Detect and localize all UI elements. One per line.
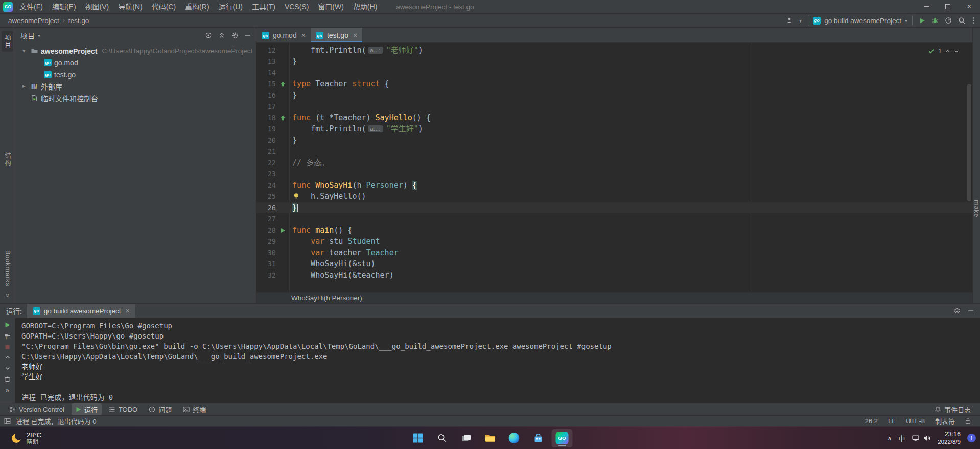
toolwindow-button-Version Control[interactable]: Version Control (5, 403, 68, 415)
chevron-right-icon[interactable]: ▸ (22, 83, 31, 89)
close-tab-icon[interactable]: × (126, 307, 130, 315)
collapseall-icon[interactable] (218, 32, 225, 39)
tree-item-root[interactable]: ▾ awesomeProject C:\Users\Happy\GolandPr… (15, 45, 256, 57)
editor-scrollbar[interactable] (967, 84, 971, 201)
menu-item-5[interactable]: 重构(R) (180, 0, 214, 13)
caret-position[interactable]: 26:2 (865, 417, 878, 425)
inspections-widget[interactable]: 1 (926, 47, 961, 56)
debug-icon[interactable] (931, 17, 939, 25)
intention-bulb-icon[interactable] (293, 193, 299, 200)
editor-breadcrumb-bar[interactable]: WhoSayHi(h Personer) (256, 292, 972, 303)
maximize-button[interactable] (937, 0, 959, 13)
hide-panel-icon[interactable] (968, 308, 974, 314)
tree-item-go.mod[interactable]: gogo.mod (15, 57, 256, 69)
tree-item-临时文件和控制台[interactable]: 临时文件和控制台 (15, 92, 256, 104)
stop-icon[interactable] (5, 344, 10, 350)
min-icon[interactable] (245, 32, 251, 38)
gutter-slot (276, 191, 289, 202)
ime-indicator[interactable]: 中 (898, 433, 905, 443)
search-button[interactable] (432, 429, 453, 447)
search-icon[interactable] (958, 17, 966, 25)
breadcrumb-file[interactable]: test.go (68, 17, 89, 25)
target-icon[interactable] (205, 32, 212, 39)
rerun-icon[interactable] (4, 322, 11, 328)
hidden-icons-chevron[interactable]: ∧ (887, 435, 892, 442)
gofile-icon: go (44, 71, 54, 78)
play-icon[interactable] (919, 17, 925, 25)
profiler-icon[interactable] (945, 17, 952, 25)
file-explorer-button[interactable] (480, 429, 501, 447)
editor-tab-go.mod[interactable]: gogo.mod× (256, 28, 311, 42)
tray-status-icons[interactable] (912, 435, 931, 442)
goland-taskbar-button[interactable]: GO (552, 429, 573, 447)
down-icon[interactable] (5, 365, 11, 371)
settings-icon[interactable] (953, 307, 961, 315)
stripe-item-2[interactable]: » (3, 290, 12, 301)
tool-window-switcher-icon[interactable] (4, 418, 11, 424)
token: ) (418, 46, 423, 55)
line-separator[interactable]: LF (888, 417, 896, 425)
toolwindow-button-问题[interactable]: 问题 (145, 403, 176, 415)
breadcrumb-project[interactable]: awesomeProject (8, 17, 59, 25)
up-icon[interactable] (5, 354, 11, 361)
stripe-item-0[interactable]: 结构 (2, 149, 13, 170)
lock-icon[interactable] (965, 418, 971, 424)
build-icon[interactable] (4, 333, 11, 340)
menu-item-6[interactable]: 运行(U) (214, 0, 247, 13)
code-line-16: 16} (256, 89, 972, 101)
project-panel-title[interactable]: 项目 (20, 30, 35, 40)
inspections-ok-icon (928, 48, 935, 54)
file-encoding[interactable]: UTF-8 (906, 417, 925, 425)
gutter-slot (276, 123, 289, 134)
weather-widget[interactable]: 28°C 晴朗 (6, 427, 45, 449)
run-gutter-icon[interactable] (276, 224, 289, 236)
toolwindow-button-终端[interactable]: 终端 (179, 403, 210, 415)
vcs-icon (9, 406, 16, 413)
implements-gutter-icon[interactable] (276, 78, 289, 89)
stripe-item-project[interactable]: 项目 (2, 31, 13, 52)
indent-style[interactable]: 制表符 (935, 416, 955, 426)
line-number: 20 (256, 134, 276, 146)
menu-item-0[interactable]: 文件(F) (15, 0, 48, 13)
tree-item-外部库[interactable]: ▸外部库 (15, 80, 256, 92)
editor-tab-test.go[interactable]: gotest.go× (311, 28, 362, 42)
more-icon[interactable] (972, 17, 975, 25)
gear-icon[interactable] (231, 32, 239, 39)
trash-icon[interactable] (4, 376, 11, 383)
toolwindow-button-运行[interactable]: 运行 (72, 403, 102, 415)
menu-item-4[interactable]: 代码(C) (147, 0, 180, 13)
chevron-down-icon[interactable]: ▾ (22, 48, 31, 54)
menu-item-2[interactable]: 视图(V) (81, 0, 114, 13)
menu-item-8[interactable]: VCS(S) (280, 0, 313, 13)
menu-item-3[interactable]: 导航(N) (113, 0, 147, 13)
store-button[interactable] (528, 429, 549, 447)
clock-widget[interactable]: 23:16 2022/8/9 (938, 431, 961, 445)
close-tab-icon[interactable]: × (353, 31, 357, 39)
run-configuration-select[interactable]: go go build awesomeProject ▾ (808, 15, 913, 26)
implements-gutter-icon[interactable] (276, 112, 289, 123)
minimize-button[interactable] (916, 0, 937, 13)
code-text (289, 213, 972, 224)
close-tab-icon[interactable]: × (301, 31, 306, 39)
token: Personer (366, 181, 403, 190)
start-button[interactable] (408, 429, 429, 447)
tree-item-test.go[interactable]: gotest.go (15, 69, 256, 80)
close-button[interactable]: × (959, 0, 980, 13)
menu-item-7[interactable]: 工具(T) (247, 0, 280, 13)
stripe-item-1[interactable]: Bookmarks (3, 246, 12, 290)
chevrons-icon[interactable]: » (6, 387, 10, 393)
toolwindow-button-TODO[interactable]: TODO (105, 403, 142, 415)
notification-badge[interactable]: 1 (967, 434, 976, 442)
code-line-18: 18func (t *Teacher) SayHello() { (256, 112, 972, 123)
menu-item-1[interactable]: 编辑(E) (48, 0, 81, 13)
edge-button[interactable] (504, 429, 525, 447)
task-view-button[interactable] (456, 429, 477, 447)
user-icon[interactable] (786, 17, 793, 24)
run-tab[interactable]: go go build awesomeProject × (27, 304, 135, 318)
right-stripe-item-0[interactable]: make (972, 196, 980, 221)
code-editor[interactable]: 12 fmt.Println(a…:"老师好")13}1415type Teac… (256, 43, 972, 292)
run-console[interactable]: GOROOT=C:\Program Files\Go #gosetupGOPAT… (15, 318, 980, 403)
menu-item-10[interactable]: 帮助(H) (348, 0, 382, 13)
toolwindow-button-事件日志[interactable]: 事件日志 (930, 403, 975, 415)
menu-item-9[interactable]: 窗口(W) (313, 0, 348, 13)
